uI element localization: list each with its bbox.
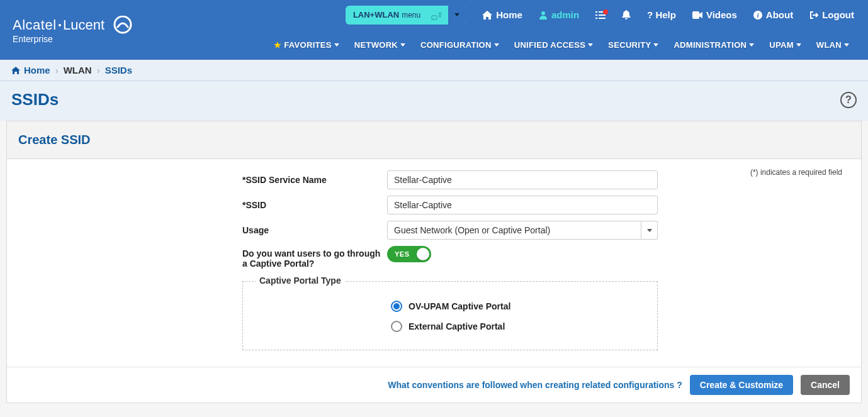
breadcrumb-separator: › [55, 65, 59, 75]
notification-dot [603, 9, 608, 14]
about-link[interactable]: i About [746, 7, 801, 23]
cancel-button[interactable]: Cancel [801, 375, 850, 395]
help-link[interactable]: ? Help [640, 7, 684, 23]
videos-label: Videos [706, 9, 737, 20]
svg-text:Lucent: Lucent [63, 17, 104, 33]
logout-label: Logout [822, 9, 854, 20]
menu-network[interactable]: NETWORK [354, 40, 405, 50]
menu-label: CONFIGURATION [420, 40, 492, 50]
breadcrumb-separator: › [97, 65, 100, 75]
home-icon [482, 11, 492, 19]
ssid-service-name-label: *SSID Service Name [242, 175, 387, 185]
info-icon: i [753, 11, 762, 19]
help-button[interactable]: ? [840, 92, 857, 108]
home-label: Home [496, 9, 522, 20]
panel-title: Create SSID [7, 121, 861, 159]
title-row: SSIDs ? [0, 81, 868, 121]
bell-icon [622, 10, 631, 20]
toggle-text: YES [395, 250, 410, 258]
chevron-down-icon [400, 43, 405, 47]
radio-icon [391, 301, 402, 312]
menu-label: UNIFIED ACCESS [514, 40, 586, 50]
usage-select-caret[interactable] [641, 221, 658, 240]
app-header: Alcatel Lucent Enterprise LAN+WLAN menu [0, 0, 868, 60]
radio-external[interactable]: External Captive Portal [391, 321, 645, 332]
videos-link[interactable]: Videos [685, 7, 745, 23]
menu-unified-access[interactable]: UNIFIED ACCESS [514, 40, 594, 50]
star-icon: ★ [274, 40, 281, 50]
breadcrumb: Home › WLAN › SSIDs [0, 60, 868, 81]
brand-subtext: Enterprise [13, 34, 53, 44]
panel-footer: What conventions are followed when creat… [7, 367, 861, 403]
captive-portal-toggle[interactable]: YES [387, 246, 431, 262]
toggle-knob [417, 248, 429, 260]
svg-rect-11 [595, 18, 597, 19]
create-ssid-panel: Create SSID (*) indicates a required fie… [6, 121, 862, 403]
usage-select-display[interactable]: Guest Network (Open or Captive Portal) [387, 221, 641, 240]
menu-label: SECURITY [608, 40, 651, 50]
chevron-down-icon [647, 229, 652, 232]
svg-point-3 [115, 16, 131, 33]
chevron-down-icon [494, 43, 499, 47]
chevron-down-icon [454, 13, 459, 16]
svg-point-1 [59, 24, 61, 26]
ssid-service-name-input[interactable] [387, 170, 658, 189]
breadcrumb-wlan: WLAN [64, 65, 92, 75]
lan-wlan-icon [428, 6, 448, 25]
breadcrumb-ssids[interactable]: SSIDs [105, 65, 132, 75]
chevron-down-icon [653, 43, 658, 47]
about-label: About [766, 9, 793, 20]
chevron-down-icon [334, 43, 339, 47]
radio-icon [391, 321, 402, 332]
mode-selector[interactable]: LAN+WLAN menu [346, 6, 466, 25]
create-customize-button[interactable]: Create & Customize [690, 375, 793, 395]
ssid-input[interactable] [387, 196, 658, 214]
alerts-link[interactable] [614, 8, 638, 23]
menu-label: FAVORITES [284, 40, 331, 50]
svg-text:Alcatel: Alcatel [13, 17, 57, 33]
ssid-label: *SSID [242, 200, 387, 210]
radio-ov-upam-label: OV-UPAM Captive Portal [409, 301, 510, 311]
mode-caret[interactable] [448, 6, 466, 25]
question-icon: ? [845, 94, 852, 106]
menu-administration[interactable]: ADMINISTRATION [674, 40, 754, 50]
chevron-down-icon [749, 43, 754, 47]
menu-security[interactable]: SECURITY [608, 40, 658, 50]
admin-label: admin [551, 9, 579, 20]
home-link[interactable]: Home [475, 7, 530, 23]
menu-label: NETWORK [354, 40, 398, 50]
menu-label: ADMINISTRATION [674, 40, 747, 50]
svg-rect-4 [432, 16, 437, 19]
logout-link[interactable]: Logout [802, 7, 862, 23]
captive-question-label: Do you want users to go through a Captiv… [242, 246, 387, 269]
menu-wlan[interactable]: WLAN [816, 40, 849, 50]
brand-logo: Alcatel Lucent Enterprise [0, 0, 220, 60]
breadcrumb-ssids-label: SSIDs [105, 65, 132, 75]
fieldset-legend: Captive Portal Type [256, 275, 345, 286]
menu-upam[interactable]: UPAM [769, 40, 801, 50]
mode-label-text: LAN+WLAN [353, 10, 399, 19]
menu-configuration[interactable]: CONFIGURATION [420, 40, 499, 50]
home-icon [11, 67, 20, 74]
radio-external-label: External Captive Portal [409, 321, 505, 331]
svg-rect-9 [595, 14, 597, 16]
radio-ov-upam[interactable]: OV-UPAM Captive Portal [391, 301, 645, 312]
main-menubar: ★ FAVORITES NETWORK CONFIGURATION UNIFIE… [220, 30, 868, 60]
chevron-down-icon [588, 43, 593, 47]
breadcrumb-home[interactable]: Home [11, 65, 50, 75]
menu-favorites[interactable]: ★ FAVORITES [274, 40, 339, 50]
tasks-link[interactable] [588, 8, 613, 22]
top-utility-bar: LAN+WLAN menu Home a [220, 0, 868, 30]
conventions-link[interactable]: What conventions are followed when creat… [388, 380, 682, 390]
video-icon [692, 11, 702, 19]
captive-portal-type-fieldset: Captive Portal Type OV-UPAM Captive Port… [242, 281, 658, 350]
svg-point-5 [439, 16, 441, 17]
chevron-down-icon [796, 43, 801, 47]
admin-link[interactable]: admin [531, 7, 587, 23]
user-icon [539, 11, 548, 19]
chevron-down-icon [844, 43, 849, 47]
svg-point-6 [541, 11, 545, 15]
menu-label: UPAM [769, 40, 794, 50]
svg-rect-7 [595, 11, 597, 13]
mode-label-suffix: menu [402, 11, 420, 19]
